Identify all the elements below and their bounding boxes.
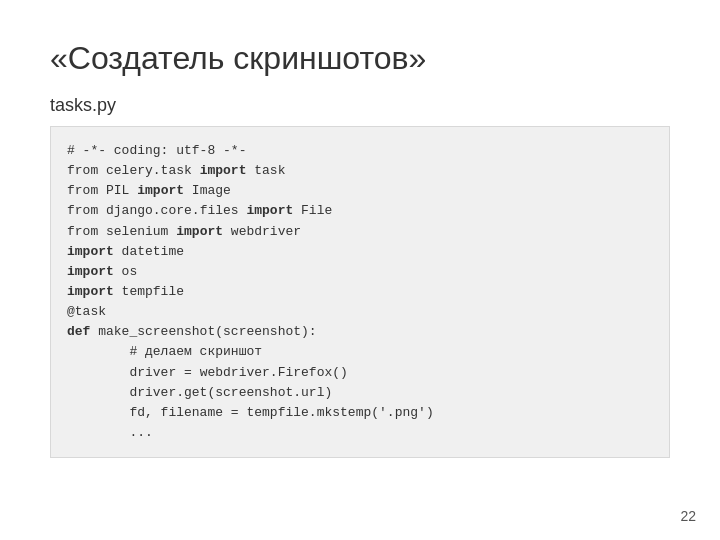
code-line: def make_screenshot(screenshot): — [67, 322, 653, 342]
code-line: driver.get(screenshot.url) — [67, 383, 653, 403]
page-number: 22 — [680, 508, 696, 524]
code-line: # -*- coding: utf-8 -*- — [67, 141, 653, 161]
code-line: fd, filename = tempfile.mkstemp('.png') — [67, 403, 653, 423]
code-line: from PIL import Image — [67, 181, 653, 201]
code-line: import datetime — [67, 242, 653, 262]
code-line: from selenium import webdriver — [67, 222, 653, 242]
code-line: import os — [67, 262, 653, 282]
code-line: from django.core.files import File — [67, 201, 653, 221]
page-title: «Создатель скриншотов» — [50, 40, 670, 77]
code-block: # -*- coding: utf-8 -*-from celery.task … — [50, 126, 670, 458]
code-line: driver = webdriver.Firefox() — [67, 363, 653, 383]
code-line: # делаем скриншот — [67, 342, 653, 362]
code-line: @task — [67, 302, 653, 322]
code-line: from celery.task import task — [67, 161, 653, 181]
page-container: «Создатель скриншотов» tasks.py # -*- co… — [0, 0, 720, 540]
code-line: ... — [67, 423, 653, 443]
code-line: import tempfile — [67, 282, 653, 302]
filename-label: tasks.py — [50, 95, 670, 116]
